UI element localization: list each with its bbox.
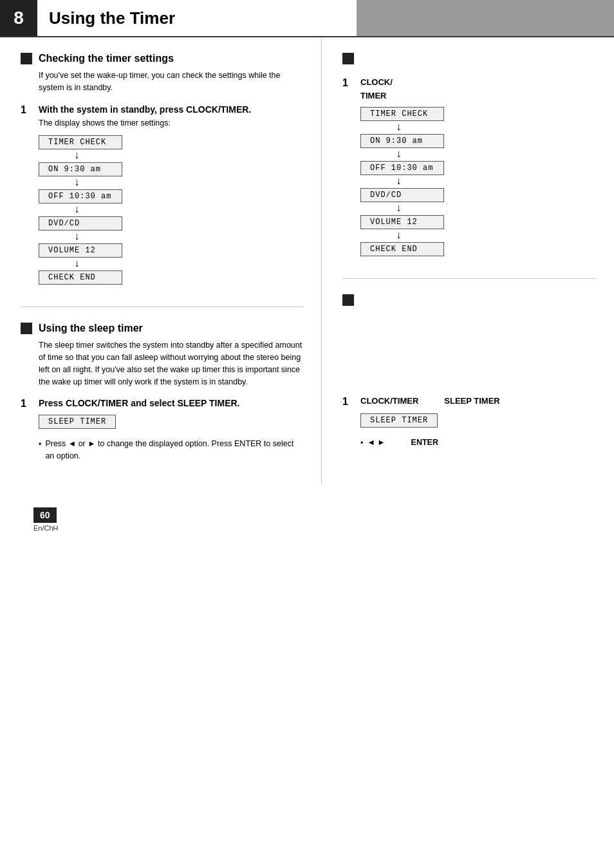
section2-icon bbox=[21, 323, 32, 334]
right-bullet-icon: • bbox=[360, 437, 363, 449]
right-diag-off-1030: OFF 10:30 am bbox=[360, 161, 444, 175]
right-diag-timer-check: TIMER CHECK bbox=[360, 107, 444, 121]
diag-arrow4: ↓ bbox=[74, 232, 303, 242]
page-footer: 60 En/ChH bbox=[15, 507, 614, 545]
right-sleep-step1-number: 1 bbox=[342, 396, 360, 449]
diag-off-1030: OFF 10:30 am bbox=[39, 189, 122, 203]
step1-title: With the system in standby, press CLOCK/… bbox=[39, 104, 303, 115]
section1-icon bbox=[21, 53, 32, 64]
right-diag-on-930: ON 9:30 am bbox=[360, 134, 444, 148]
diag-arrow3: ↓ bbox=[74, 205, 303, 215]
diag-timer-check: TIMER CHECK bbox=[39, 135, 122, 149]
right-sleep-timer-display: SLEEP TIMER bbox=[360, 410, 596, 431]
diag-arrow2: ↓ bbox=[74, 178, 303, 188]
right-diag-check-end: CHECK END bbox=[360, 242, 444, 256]
right-column: 1 CLOCK/ TIMER TIMER CHECK ↓ ON 9:30 am bbox=[322, 37, 614, 484]
step1-content: With the system in standby, press CLOCK/… bbox=[39, 104, 303, 292]
right-section-divider bbox=[342, 278, 596, 279]
right-sleep-clock-label: CLOCK/TIMER bbox=[360, 396, 418, 406]
right-step1-label2: TIMER bbox=[360, 91, 386, 100]
timer-check-diagram: TIMER CHECK ↓ ON 9:30 am ↓ OFF 10:30 am … bbox=[39, 135, 303, 285]
section2-body: The sleep timer switches the system into… bbox=[39, 339, 303, 388]
step1-number: 1 bbox=[21, 104, 39, 292]
right-step1: 1 CLOCK/ TIMER TIMER CHECK ↓ ON 9:30 am bbox=[342, 77, 596, 263]
diag-dvdcd: DVD/CD bbox=[39, 216, 122, 231]
section1-body: If you've set the wake-up timer, you can… bbox=[39, 70, 303, 94]
sleep-bullet-text: Press ◄ or ► to change the displayed opt… bbox=[45, 438, 303, 462]
right-sleep-enter-label: ENTER bbox=[411, 437, 438, 449]
sleep-step1-content: Press CLOCK/TIMER and select SLEEP TIMER… bbox=[39, 398, 303, 462]
bullet-icon: • bbox=[39, 439, 41, 451]
right-timer-check-diagram: TIMER CHECK ↓ ON 9:30 am ↓ OFF 10:30 am … bbox=[360, 107, 596, 256]
right-sleep-symbols: ◄ ► bbox=[367, 437, 385, 449]
right-diag-arrow2: ↓ bbox=[396, 149, 596, 160]
sleep-step1: 1 Press CLOCK/TIMER and select SLEEP TIM… bbox=[21, 398, 303, 462]
diag-arrow5: ↓ bbox=[74, 259, 303, 269]
chapter-title: Using the Timer bbox=[37, 0, 357, 36]
sleep-step1-title: Press CLOCK/TIMER and select SLEEP TIMER… bbox=[39, 398, 303, 408]
content-area: Checking the timer settings If you've se… bbox=[0, 37, 614, 484]
right-diag-arrow4: ↓ bbox=[396, 203, 596, 214]
right-section1-header bbox=[342, 53, 596, 64]
sleep-timer-display: SLEEP TIMER bbox=[39, 411, 303, 433]
page-header: 8 Using the Timer bbox=[0, 0, 614, 37]
diag-check-end: CHECK END bbox=[39, 270, 122, 285]
right-step1-content: CLOCK/ TIMER TIMER CHECK ↓ ON 9:30 am ↓ bbox=[360, 77, 596, 263]
step1-desc: The display shows the timer settings: bbox=[39, 117, 303, 129]
right-sleep-step1-content: CLOCK/TIMER SLEEP TIMER SLEEP TIMER • ◄ … bbox=[360, 396, 596, 449]
diag-arrow1: ↓ bbox=[74, 151, 303, 161]
sleep-bullet: • Press ◄ or ► to change the displayed o… bbox=[39, 438, 303, 462]
section2-header: Using the sleep timer bbox=[21, 323, 303, 334]
diag-on-930: ON 9:30 am bbox=[39, 162, 122, 176]
header-right-block bbox=[357, 0, 614, 36]
section1-title: Checking the timer settings bbox=[39, 53, 174, 64]
right-sleep-bullet: • ◄ ► ENTER bbox=[360, 437, 596, 449]
right-section2-header bbox=[342, 294, 596, 306]
right-step1-number: 1 bbox=[342, 77, 360, 263]
page-lang: En/ChH bbox=[33, 524, 59, 532]
left-column: Checking the timer settings If you've se… bbox=[0, 37, 322, 484]
right-sleep-timer-label: SLEEP TIMER bbox=[444, 396, 499, 406]
right-diag-arrow5: ↓ bbox=[396, 231, 596, 241]
right-section1-icon bbox=[342, 53, 354, 64]
right-diag-volume: VOLUME 12 bbox=[360, 215, 444, 229]
page-number: 60 bbox=[33, 507, 57, 523]
section2-title: Using the sleep timer bbox=[39, 323, 143, 334]
section-divider bbox=[21, 307, 303, 307]
right-sleep-step1: 1 CLOCK/TIMER SLEEP TIMER SLEEP TIMER • … bbox=[342, 396, 596, 449]
right-step1-label1: CLOCK/ bbox=[360, 77, 393, 87]
diag-volume: VOLUME 12 bbox=[39, 243, 122, 258]
right-section2-icon bbox=[342, 294, 354, 306]
step1: 1 With the system in standby, press CLOC… bbox=[21, 104, 303, 292]
section1-header: Checking the timer settings bbox=[21, 53, 303, 64]
sleep-step1-number: 1 bbox=[21, 398, 39, 462]
right-diag-arrow3: ↓ bbox=[396, 176, 596, 187]
right-diag-arrow1: ↓ bbox=[396, 122, 596, 133]
right-diag-dvdcd: DVD/CD bbox=[360, 188, 444, 202]
chapter-number: 8 bbox=[0, 0, 37, 36]
